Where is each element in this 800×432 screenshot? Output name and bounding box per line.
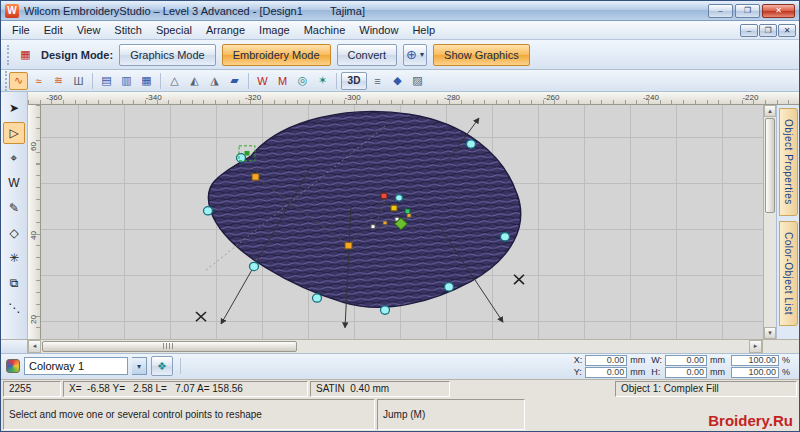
- main-area: ➤ ▷ ⌖ W ✎ ◇ ✳ ⧉ ⋱ -360 -340 -320 -300 -2…: [1, 92, 799, 339]
- run-stitch-icon[interactable]: ∿: [9, 72, 28, 90]
- 3d-view-button[interactable]: 3D: [341, 72, 367, 90]
- stitch-count: 2255: [3, 381, 61, 397]
- docked-panel-tabs: Object Properties Color-Object List: [776, 105, 799, 339]
- convert-button[interactable]: Convert: [337, 44, 398, 66]
- measure-tool[interactable]: ⌖: [3, 147, 25, 169]
- contour-icon[interactable]: ≡: [368, 72, 387, 90]
- closed-shape-tool[interactable]: ◇: [3, 222, 25, 244]
- star-shape-tool[interactable]: ✳: [3, 247, 25, 269]
- colorway-select[interactable]: Colorway 1: [24, 357, 128, 375]
- scroll-corner: [1, 340, 28, 353]
- x-unit: mm: [630, 355, 648, 365]
- menu-machine[interactable]: Machine: [297, 22, 353, 38]
- fusion-fill-icon[interactable]: ◆: [388, 72, 407, 90]
- ruler-label: 40: [29, 231, 38, 240]
- ruler-label: -320: [245, 93, 261, 102]
- star-icon[interactable]: ✶: [313, 72, 332, 90]
- y-unit: mm: [630, 367, 648, 377]
- satin-stitch-icon[interactable]: ≋: [49, 72, 68, 90]
- scroll-up-icon[interactable]: ▴: [764, 105, 776, 117]
- app-logo-icon: W: [5, 4, 19, 18]
- colorway-caret-icon[interactable]: ▾: [132, 357, 147, 375]
- tatami-icon[interactable]: ▤: [97, 72, 116, 90]
- mirror-merge-tool[interactable]: ⧉: [3, 272, 25, 294]
- toolbar-separator: [160, 73, 161, 89]
- mdi-minimize-button[interactable]: –: [740, 24, 758, 37]
- design-mode-label: Design Mode:: [41, 49, 113, 61]
- complex-fill-icon[interactable]: ▰: [225, 72, 244, 90]
- ruler-label: -280: [444, 93, 460, 102]
- e-stitch-icon[interactable]: Ш: [69, 72, 88, 90]
- ring-icon[interactable]: ◎: [293, 72, 312, 90]
- menu-window[interactable]: Window: [352, 22, 405, 38]
- watermark: Broidery.Ru: [708, 412, 793, 429]
- toolbar-separator: [180, 358, 181, 374]
- scroll-left-icon[interactable]: ◂: [28, 340, 41, 353]
- menu-image[interactable]: Image: [252, 22, 297, 38]
- program-split-icon[interactable]: ▦: [137, 72, 156, 90]
- motif-run-icon[interactable]: ≈: [29, 72, 48, 90]
- toolbar-grip-2: [5, 71, 8, 91]
- ruler-label: -300: [345, 93, 361, 102]
- design-window-icon[interactable]: ▦: [16, 46, 35, 64]
- x-field[interactable]: 0.00: [585, 355, 627, 366]
- design-canvas[interactable]: [41, 105, 763, 339]
- menu-edit[interactable]: Edit: [37, 22, 70, 38]
- select-tool[interactable]: ➤: [3, 97, 25, 119]
- lettering-icon[interactable]: W: [253, 72, 272, 90]
- show-graphics-button[interactable]: Show Graphics: [433, 44, 530, 66]
- ruler-label: -240: [643, 93, 659, 102]
- scale-x-field[interactable]: 100.00: [731, 355, 779, 366]
- input-b-icon[interactable]: ◭: [185, 72, 204, 90]
- x-label: X:: [574, 355, 583, 365]
- edit-colorways-button[interactable]: ❖: [151, 356, 173, 376]
- hint-bar: Select and move one or several control p…: [1, 398, 799, 431]
- transform-fields: X: 0.00 mm W: 0.00 mm 100.00 % Y: 0.00 m…: [574, 355, 794, 378]
- vertical-scroll-thumb[interactable]: [765, 118, 775, 213]
- y-field[interactable]: 0.00: [585, 367, 627, 378]
- vertical-scrollbar[interactable]: ▴ ▾: [763, 105, 776, 339]
- menu-stitch[interactable]: Stitch: [107, 22, 149, 38]
- pen-tool[interactable]: ✎: [3, 197, 25, 219]
- menu-view[interactable]: View: [70, 22, 108, 38]
- mdi-close-button[interactable]: ✕: [778, 24, 796, 37]
- end-point-marker: [514, 275, 524, 284]
- monogram-icon[interactable]: M: [273, 72, 292, 90]
- minimize-button[interactable]: –: [708, 4, 733, 18]
- close-button[interactable]: ✕: [762, 4, 795, 18]
- horizontal-scrollbar[interactable]: [41, 340, 749, 353]
- flexi-split-icon[interactable]: ▥: [117, 72, 136, 90]
- graphics-mode-button[interactable]: Graphics Mode: [119, 44, 216, 66]
- input-c-icon[interactable]: ◮: [205, 72, 224, 90]
- h-unit: mm: [710, 367, 728, 377]
- input-a-icon[interactable]: △: [165, 72, 184, 90]
- pointer-coordinates: X= -6.58 Y= 2.58 L= 7.07 A= 158.56: [63, 381, 308, 397]
- scroll-down-icon[interactable]: ▾: [764, 327, 776, 339]
- mdi-restore-button[interactable]: ❐: [759, 24, 777, 37]
- scroll-right-icon[interactable]: ▸: [749, 340, 762, 353]
- horizontal-scroll-thumb[interactable]: [42, 341, 297, 352]
- toolbar-separator: [92, 73, 93, 89]
- menu-help[interactable]: Help: [405, 22, 442, 38]
- hoop-globe-button[interactable]: ⊕ ▾: [403, 44, 427, 66]
- lettering-tool[interactable]: W: [3, 172, 25, 194]
- h-field[interactable]: 0.00: [665, 367, 707, 378]
- ruler-label: -340: [146, 93, 162, 102]
- tab-object-properties[interactable]: Object Properties: [779, 108, 798, 216]
- scale-y-field[interactable]: 100.00: [731, 367, 779, 378]
- reshape-tool[interactable]: ▷: [3, 122, 25, 144]
- embroidery-mode-button[interactable]: Embroidery Mode: [222, 44, 331, 66]
- menu-file[interactable]: File: [5, 22, 37, 38]
- globe-icon: ⊕: [406, 47, 417, 62]
- chevron-down-icon: ▾: [420, 50, 424, 59]
- ruler-label: -260: [543, 93, 559, 102]
- tab-color-object-list[interactable]: Color-Object List: [779, 221, 798, 326]
- w-field[interactable]: 0.00: [665, 355, 707, 366]
- end-point-marker: [196, 312, 206, 321]
- trapunto-icon[interactable]: ▨: [408, 72, 427, 90]
- colorway-palette-icon[interactable]: [6, 359, 20, 373]
- menu-special[interactable]: Special: [149, 22, 199, 38]
- menu-arrange[interactable]: Arrange: [199, 22, 252, 38]
- restore-button[interactable]: ❐: [735, 4, 760, 18]
- stitch-edit-tool[interactable]: ⋱: [3, 297, 25, 319]
